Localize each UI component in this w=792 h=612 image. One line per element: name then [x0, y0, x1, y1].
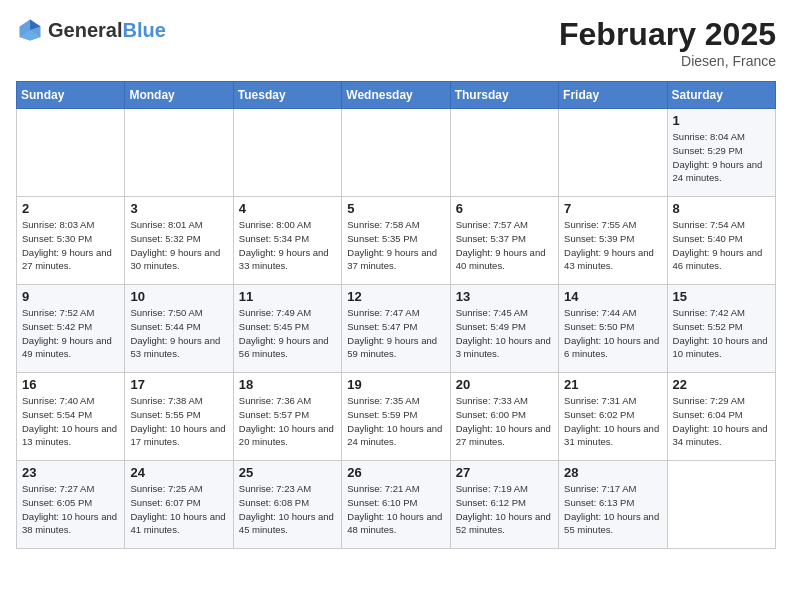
- day-info: Sunrise: 7:47 AM Sunset: 5:47 PM Dayligh…: [347, 306, 444, 361]
- day-info: Sunrise: 7:55 AM Sunset: 5:39 PM Dayligh…: [564, 218, 661, 273]
- calendar-day-cell: [125, 109, 233, 197]
- day-number: 27: [456, 465, 553, 480]
- calendar-day-cell: 12Sunrise: 7:47 AM Sunset: 5:47 PM Dayli…: [342, 285, 450, 373]
- calendar-week-row: 16Sunrise: 7:40 AM Sunset: 5:54 PM Dayli…: [17, 373, 776, 461]
- calendar-day-cell: 20Sunrise: 7:33 AM Sunset: 6:00 PM Dayli…: [450, 373, 558, 461]
- weekday-header: Saturday: [667, 82, 775, 109]
- calendar-day-cell: [559, 109, 667, 197]
- calendar-day-cell: 3Sunrise: 8:01 AM Sunset: 5:32 PM Daylig…: [125, 197, 233, 285]
- title-block: February 2025 Diesen, France: [559, 16, 776, 69]
- day-number: 28: [564, 465, 661, 480]
- day-number: 23: [22, 465, 119, 480]
- calendar-day-cell: 17Sunrise: 7:38 AM Sunset: 5:55 PM Dayli…: [125, 373, 233, 461]
- weekday-header-row: SundayMondayTuesdayWednesdayThursdayFrid…: [17, 82, 776, 109]
- day-info: Sunrise: 7:44 AM Sunset: 5:50 PM Dayligh…: [564, 306, 661, 361]
- day-info: Sunrise: 7:40 AM Sunset: 5:54 PM Dayligh…: [22, 394, 119, 449]
- day-number: 10: [130, 289, 227, 304]
- day-number: 9: [22, 289, 119, 304]
- day-number: 15: [673, 289, 770, 304]
- day-info: Sunrise: 8:03 AM Sunset: 5:30 PM Dayligh…: [22, 218, 119, 273]
- weekday-header: Thursday: [450, 82, 558, 109]
- logo-icon: [16, 16, 44, 44]
- calendar-day-cell: 4Sunrise: 8:00 AM Sunset: 5:34 PM Daylig…: [233, 197, 341, 285]
- calendar-week-row: 1Sunrise: 8:04 AM Sunset: 5:29 PM Daylig…: [17, 109, 776, 197]
- weekday-header: Friday: [559, 82, 667, 109]
- logo-text: GeneralBlue: [48, 19, 166, 41]
- calendar-day-cell: 16Sunrise: 7:40 AM Sunset: 5:54 PM Dayli…: [17, 373, 125, 461]
- day-number: 18: [239, 377, 336, 392]
- day-info: Sunrise: 7:57 AM Sunset: 5:37 PM Dayligh…: [456, 218, 553, 273]
- calendar-day-cell: [450, 109, 558, 197]
- day-number: 17: [130, 377, 227, 392]
- day-number: 3: [130, 201, 227, 216]
- month-title: February 2025: [559, 16, 776, 53]
- calendar-day-cell: 18Sunrise: 7:36 AM Sunset: 5:57 PM Dayli…: [233, 373, 341, 461]
- calendar-day-cell: 26Sunrise: 7:21 AM Sunset: 6:10 PM Dayli…: [342, 461, 450, 549]
- day-number: 19: [347, 377, 444, 392]
- day-info: Sunrise: 7:31 AM Sunset: 6:02 PM Dayligh…: [564, 394, 661, 449]
- calendar-day-cell: 24Sunrise: 7:25 AM Sunset: 6:07 PM Dayli…: [125, 461, 233, 549]
- day-number: 26: [347, 465, 444, 480]
- calendar-week-row: 2Sunrise: 8:03 AM Sunset: 5:30 PM Daylig…: [17, 197, 776, 285]
- day-number: 12: [347, 289, 444, 304]
- logo-blue-text: Blue: [122, 19, 165, 41]
- calendar-day-cell: 6Sunrise: 7:57 AM Sunset: 5:37 PM Daylig…: [450, 197, 558, 285]
- day-number: 25: [239, 465, 336, 480]
- calendar-day-cell: 15Sunrise: 7:42 AM Sunset: 5:52 PM Dayli…: [667, 285, 775, 373]
- day-number: 4: [239, 201, 336, 216]
- day-info: Sunrise: 7:38 AM Sunset: 5:55 PM Dayligh…: [130, 394, 227, 449]
- calendar-day-cell: 2Sunrise: 8:03 AM Sunset: 5:30 PM Daylig…: [17, 197, 125, 285]
- calendar-day-cell: 11Sunrise: 7:49 AM Sunset: 5:45 PM Dayli…: [233, 285, 341, 373]
- day-info: Sunrise: 7:54 AM Sunset: 5:40 PM Dayligh…: [673, 218, 770, 273]
- day-number: 24: [130, 465, 227, 480]
- calendar-day-cell: [17, 109, 125, 197]
- day-info: Sunrise: 8:01 AM Sunset: 5:32 PM Dayligh…: [130, 218, 227, 273]
- weekday-header: Tuesday: [233, 82, 341, 109]
- calendar-day-cell: 14Sunrise: 7:44 AM Sunset: 5:50 PM Dayli…: [559, 285, 667, 373]
- calendar-day-cell: 7Sunrise: 7:55 AM Sunset: 5:39 PM Daylig…: [559, 197, 667, 285]
- day-info: Sunrise: 7:50 AM Sunset: 5:44 PM Dayligh…: [130, 306, 227, 361]
- calendar-day-cell: 23Sunrise: 7:27 AM Sunset: 6:05 PM Dayli…: [17, 461, 125, 549]
- day-number: 21: [564, 377, 661, 392]
- calendar-day-cell: [342, 109, 450, 197]
- day-info: Sunrise: 7:36 AM Sunset: 5:57 PM Dayligh…: [239, 394, 336, 449]
- day-info: Sunrise: 7:19 AM Sunset: 6:12 PM Dayligh…: [456, 482, 553, 537]
- calendar-day-cell: 21Sunrise: 7:31 AM Sunset: 6:02 PM Dayli…: [559, 373, 667, 461]
- day-info: Sunrise: 8:04 AM Sunset: 5:29 PM Dayligh…: [673, 130, 770, 185]
- location: Diesen, France: [559, 53, 776, 69]
- day-number: 5: [347, 201, 444, 216]
- calendar-day-cell: [233, 109, 341, 197]
- calendar-day-cell: 22Sunrise: 7:29 AM Sunset: 6:04 PM Dayli…: [667, 373, 775, 461]
- calendar-day-cell: 8Sunrise: 7:54 AM Sunset: 5:40 PM Daylig…: [667, 197, 775, 285]
- weekday-header: Wednesday: [342, 82, 450, 109]
- day-number: 1: [673, 113, 770, 128]
- weekday-header: Monday: [125, 82, 233, 109]
- day-number: 14: [564, 289, 661, 304]
- day-info: Sunrise: 8:00 AM Sunset: 5:34 PM Dayligh…: [239, 218, 336, 273]
- calendar-day-cell: 28Sunrise: 7:17 AM Sunset: 6:13 PM Dayli…: [559, 461, 667, 549]
- day-info: Sunrise: 7:52 AM Sunset: 5:42 PM Dayligh…: [22, 306, 119, 361]
- day-info: Sunrise: 7:45 AM Sunset: 5:49 PM Dayligh…: [456, 306, 553, 361]
- day-number: 7: [564, 201, 661, 216]
- calendar-day-cell: 10Sunrise: 7:50 AM Sunset: 5:44 PM Dayli…: [125, 285, 233, 373]
- calendar-day-cell: [667, 461, 775, 549]
- calendar-table: SundayMondayTuesdayWednesdayThursdayFrid…: [16, 81, 776, 549]
- day-info: Sunrise: 7:42 AM Sunset: 5:52 PM Dayligh…: [673, 306, 770, 361]
- day-info: Sunrise: 7:25 AM Sunset: 6:07 PM Dayligh…: [130, 482, 227, 537]
- day-number: 20: [456, 377, 553, 392]
- calendar-day-cell: 13Sunrise: 7:45 AM Sunset: 5:49 PM Dayli…: [450, 285, 558, 373]
- day-info: Sunrise: 7:49 AM Sunset: 5:45 PM Dayligh…: [239, 306, 336, 361]
- logo-general: General: [48, 19, 122, 41]
- calendar-day-cell: 27Sunrise: 7:19 AM Sunset: 6:12 PM Dayli…: [450, 461, 558, 549]
- day-info: Sunrise: 7:21 AM Sunset: 6:10 PM Dayligh…: [347, 482, 444, 537]
- day-number: 13: [456, 289, 553, 304]
- day-info: Sunrise: 7:23 AM Sunset: 6:08 PM Dayligh…: [239, 482, 336, 537]
- day-number: 6: [456, 201, 553, 216]
- day-info: Sunrise: 7:29 AM Sunset: 6:04 PM Dayligh…: [673, 394, 770, 449]
- day-number: 11: [239, 289, 336, 304]
- day-number: 2: [22, 201, 119, 216]
- day-number: 22: [673, 377, 770, 392]
- day-info: Sunrise: 7:17 AM Sunset: 6:13 PM Dayligh…: [564, 482, 661, 537]
- calendar-day-cell: 25Sunrise: 7:23 AM Sunset: 6:08 PM Dayli…: [233, 461, 341, 549]
- day-number: 8: [673, 201, 770, 216]
